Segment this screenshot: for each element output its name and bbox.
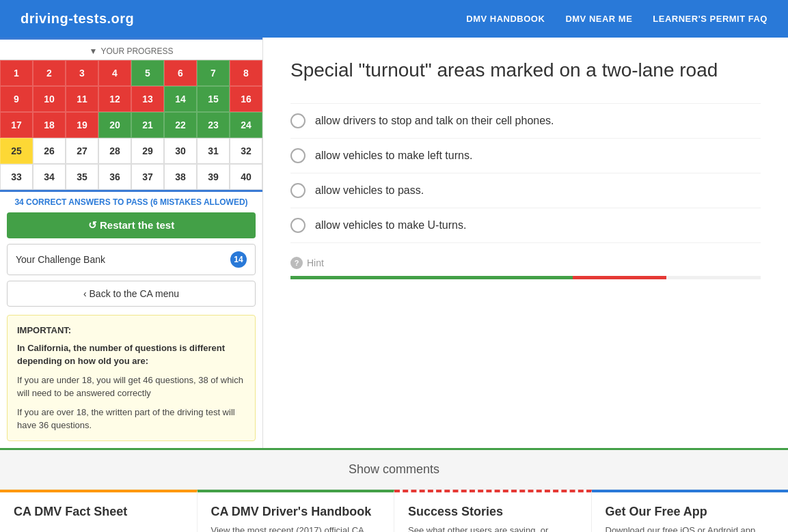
challenge-bank-button[interactable]: Your Challenge Bank 14 [7,244,256,275]
show-comments-bar[interactable]: Show comments [0,448,788,489]
site-header: driving-tests.org DMV HANDBOOK DMV NEAR … [0,0,788,38]
card-title: CA DMV Fact Sheet [14,505,183,519]
answer-option-text: allow drivers to stop and talk on their … [315,115,554,127]
grid-cell[interactable]: 4 [98,60,131,86]
grid-cell[interactable]: 27 [66,138,98,164]
important-bold-text: In California, the number of questions i… [17,341,245,368]
grid-cell[interactable]: 25 [0,138,33,164]
card-get-free-app[interactable]: Get Our Free App Download our free iOS o… [592,490,789,533]
grid-cell[interactable]: 29 [131,138,164,164]
grid-cell[interactable]: 28 [98,138,131,164]
challenge-bank-label: Your Challenge Bank [16,254,105,265]
radio-circle [290,113,305,128]
answer-option[interactable]: allow drivers to stop and talk on their … [290,103,761,139]
grid-cell[interactable]: 26 [33,138,66,164]
grid-cell[interactable]: 22 [164,112,197,138]
header-nav: DMV HANDBOOK DMV NEAR ME LEARNER'S PERMI… [466,14,767,24]
grid-cell[interactable]: 19 [66,112,98,138]
card-text: See what other users are saying, or [408,524,578,533]
grid-cell[interactable]: 17 [0,112,33,138]
grid-cell[interactable]: 20 [98,112,131,138]
nav-dmv-handbook[interactable]: DMV HANDBOOK [466,14,545,24]
chevron-down-icon: ▼ [90,46,98,56]
answer-option[interactable]: allow vehicles to make left turns. [290,139,761,173]
grid-cell[interactable]: 11 [66,86,98,112]
restart-button[interactable]: ↺ Restart the test [7,212,256,238]
answer-option[interactable]: allow vehicles to pass. [290,173,761,208]
important-title: IMPORTANT: [17,324,245,337]
sidebar: ▼ YOUR PROGRESS 123456789101112131415161… [0,38,263,448]
progress-label: YOUR PROGRESS [100,46,173,56]
grid-cell[interactable]: 32 [230,138,262,164]
answer-option-text: allow vehicles to pass. [315,184,424,197]
answer-option-text: allow vehicles to make U-turns. [315,219,466,232]
grid-cell[interactable]: 37 [131,164,164,190]
grid-cell[interactable]: 14 [164,86,197,112]
grid-cell[interactable]: 18 [33,112,66,138]
grid-cell[interactable]: 24 [230,112,262,138]
progress-bar-green [290,276,573,279]
grid-cell[interactable]: 9 [0,86,33,112]
card-title: CA DMV Driver's Handbook [211,505,381,519]
grid-cell[interactable]: 33 [0,164,33,190]
progress-header: ▼ YOUR PROGRESS [0,40,262,60]
nav-dmv-near-me[interactable]: DMV NEAR ME [565,14,632,24]
grid-cell[interactable]: 13 [131,86,164,112]
grid-cell[interactable]: 38 [164,164,197,190]
card-success-stories[interactable]: Success Stories See what other users are… [394,490,592,533]
answer-options: allow drivers to stop and talk on their … [290,103,761,243]
grid-cell[interactable]: 3 [66,60,98,86]
important-para2: If you are over 18, the written part of … [17,406,245,432]
main-container: ▼ YOUR PROGRESS 123456789101112131415161… [0,38,788,448]
grid-cell[interactable]: 2 [33,60,66,86]
grid-cell[interactable]: 23 [197,112,230,138]
grid-cell[interactable]: 16 [230,86,262,112]
grid-cell[interactable]: 35 [66,164,98,190]
question-text: Special "turnout" areas marked on a two-… [290,58,761,83]
radio-circle [290,183,305,198]
grid-cell[interactable]: 40 [230,164,262,190]
card-text: View the most recent (2017) official CA [211,524,381,533]
answer-option-text: allow vehicles to make left turns. [315,150,472,162]
pass-text: 34 CORRECT ANSWERS TO PASS (6 MISTAKES A… [0,192,262,212]
bottom-cards: CA DMV Fact Sheet CA DMV Driver's Handbo… [0,489,788,533]
hint-label: Hint [307,257,324,268]
card-text: Download our free iOS or Android app [606,524,775,533]
grid-cell[interactable]: 5 [131,60,164,86]
grid-cell[interactable]: 39 [197,164,230,190]
important-box: IMPORTANT: In California, the number of … [7,315,256,441]
grid-cell[interactable]: 10 [33,86,66,112]
grid-cell[interactable]: 8 [230,60,262,86]
grid-cell[interactable]: 34 [33,164,66,190]
nav-learners-permit-faq[interactable]: LEARNER'S PERMIT FAQ [653,14,767,24]
radio-circle [290,148,305,163]
grid-cell[interactable]: 7 [197,60,230,86]
grid-cell[interactable]: 36 [98,164,131,190]
grid-cell[interactable]: 6 [164,60,197,86]
grid-cell[interactable]: 12 [98,86,131,112]
answer-option[interactable]: allow vehicles to make U-turns. [290,208,761,243]
progress-bar-empty [666,276,761,279]
progress-bar [290,276,761,279]
grid-cell[interactable]: 31 [197,138,230,164]
card-title: Success Stories [408,505,578,519]
content-area: Special "turnout" areas marked on a two-… [263,38,788,448]
progress-bar-red [573,276,667,279]
number-grid: 1234567891011121314151617181920212223242… [0,60,262,192]
grid-cell[interactable]: 1 [0,60,33,86]
back-button[interactable]: ‹ Back to the CA menu [7,281,256,307]
site-logo[interactable]: driving-tests.org [21,11,134,27]
radio-circle [290,218,305,233]
hint-icon: ? [290,257,303,269]
challenge-bank-badge: 14 [230,251,247,268]
card-ca-dmv-handbook[interactable]: CA DMV Driver's Handbook View the most r… [198,490,395,533]
card-title: Get Our Free App [606,505,775,519]
grid-cell[interactable]: 15 [197,86,230,112]
hint-row[interactable]: ? Hint [290,257,761,269]
card-ca-dmv-fact-sheet[interactable]: CA DMV Fact Sheet [0,490,198,533]
important-para1: If you are under 18, you will get 46 que… [17,374,245,400]
grid-cell[interactable]: 30 [164,138,197,164]
grid-cell[interactable]: 21 [131,112,164,138]
